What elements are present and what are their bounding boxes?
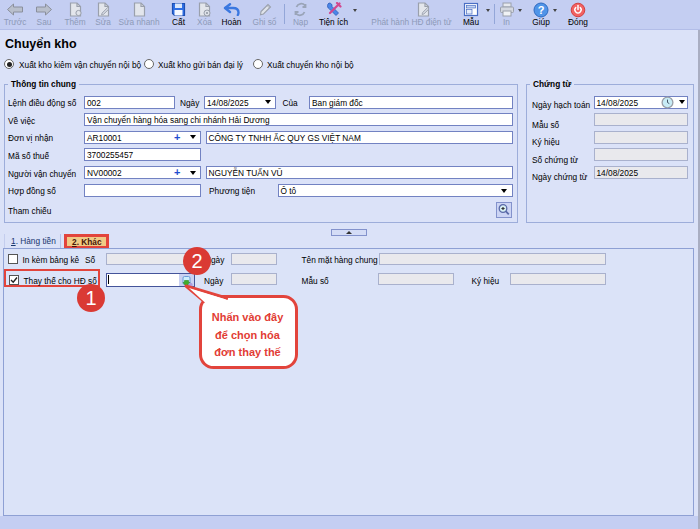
svg-text:?: ? (538, 4, 545, 16)
